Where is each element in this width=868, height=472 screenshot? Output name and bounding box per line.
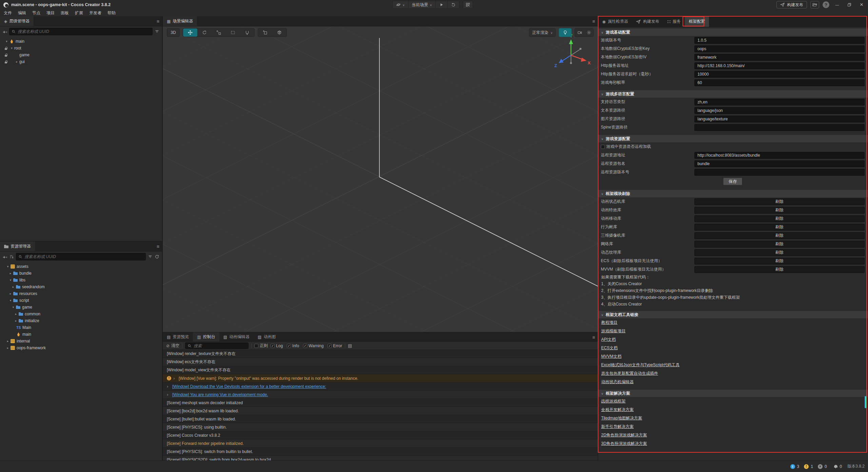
menu-item[interactable]: 扩展 — [72, 10, 86, 16]
asset-node-row[interactable]: common — [0, 311, 162, 317]
tab-assets[interactable]: 资源管理器 — [0, 241, 35, 251]
create-node-button[interactable] — [3, 29, 7, 35]
gear-icon[interactable] — [584, 28, 593, 37]
scene-viewport[interactable]: Y X Z 3D — [163, 26, 598, 332]
lighting-toggle-button[interactable] — [559, 28, 572, 37]
menu-item[interactable]: 帮助 — [104, 10, 119, 16]
tab-services[interactable]: 服务 — [663, 16, 685, 27]
expand-arrow-icon[interactable] — [5, 265, 10, 268]
console-line[interactable]: [Scene] [PHYSICS]: using builtin. — [163, 423, 598, 431]
expand-arrow-icon[interactable] — [14, 60, 19, 63]
field-input[interactable] — [694, 62, 865, 69]
asset-node-row[interactable]: bundle — [0, 270, 162, 277]
field-input[interactable] — [694, 169, 865, 176]
solution-link[interactable]: 3D角色扮演游戏解决方案 — [601, 441, 647, 447]
error-count-icon[interactable] — [818, 464, 823, 469]
open-project-folder-button[interactable] — [810, 1, 819, 8]
notification-bell-icon[interactable] — [834, 465, 838, 469]
expand-arrow-icon[interactable] — [11, 285, 16, 289]
console-line[interactable]: [Scene] [PHYSICS]: switch from builtin t… — [163, 448, 598, 456]
console-line[interactable]: [Window] model_view文件夹不存在 — [163, 366, 598, 374]
rect-tool-button[interactable] — [226, 28, 240, 37]
hierarchy-search-input[interactable] — [18, 29, 150, 34]
asset-node-row[interactable]: internal — [0, 338, 162, 345]
solution-link[interactable]: Tiledmap地图解决方案 — [601, 415, 642, 421]
panel-menu-icon[interactable] — [592, 332, 595, 342]
remove-module-button[interactable]: 剔除 — [694, 241, 865, 248]
remove-module-button[interactable]: 剔除 — [694, 249, 865, 256]
doc-link[interactable]: Excel格式转Json文件与TypeScript代码工具 — [601, 362, 679, 368]
section-solutions[interactable]: 框架解决方案 — [598, 390, 868, 397]
console-tab[interactable]: 动画图 — [254, 332, 280, 341]
console-line[interactable]: [Scene] [bullet]:bullet wasm lib loaded. — [163, 415, 598, 423]
panel-menu-icon[interactable] — [592, 16, 595, 26]
solution-link[interactable]: 全栈开发解决方案 — [601, 407, 634, 413]
remove-module-button[interactable]: 剔除 — [694, 207, 865, 214]
field-input[interactable] — [694, 37, 865, 44]
tab-framework-config[interactable]: 框架配置 — [685, 16, 709, 27]
console-line[interactable]: [Window] ecs文件夹不存在 — [163, 358, 598, 366]
doc-link[interactable]: API文档 — [601, 337, 616, 342]
scale-tool-button[interactable] — [212, 28, 226, 37]
doc-link[interactable]: 原生包热更新配置自动生成插件 — [601, 371, 658, 376]
asset-node-row[interactable]: assets — [0, 263, 162, 270]
console-line[interactable]: [Scene] [PHYSICS2D]: switch from box2d-w… — [163, 456, 598, 460]
doc-link[interactable]: 教程项目 — [601, 320, 617, 326]
remove-module-button[interactable]: 剔除 — [694, 258, 865, 264]
tab-inspector[interactable]: 属性检查器 — [598, 16, 632, 27]
close-button[interactable] — [857, 1, 866, 9]
field-input[interactable] — [694, 45, 865, 52]
help-button[interactable] — [823, 1, 829, 8]
console-tab[interactable]: 动画编辑器 — [219, 332, 254, 341]
gizmo-space-button[interactable] — [272, 28, 287, 37]
field-input[interactable] — [694, 124, 865, 131]
console-line[interactable]: [Window] Download the Vue Devtools exten… — [163, 382, 598, 391]
expand-arrow-icon[interactable] — [8, 272, 13, 275]
menu-item[interactable]: 文件 — [1, 10, 15, 16]
panel-menu-icon[interactable] — [157, 16, 159, 26]
field-input[interactable] — [694, 54, 865, 61]
console-search-input[interactable] — [194, 343, 246, 348]
expand-arrow-icon[interactable] — [5, 346, 10, 350]
expand-arrow-icon[interactable] — [11, 306, 16, 309]
warning-count-icon[interactable] — [804, 464, 809, 469]
play-button[interactable] — [436, 1, 448, 8]
expand-arrow-icon[interactable] — [4, 40, 9, 43]
filter-checkbox[interactable] — [287, 344, 291, 348]
console-tab[interactable]: 资源预览 — [163, 332, 193, 341]
refresh-icon[interactable] — [155, 254, 159, 259]
solution-link[interactable]: 战棋游戏框架 — [601, 398, 626, 404]
expand-icon[interactable] — [173, 376, 179, 381]
mode-3d-button[interactable]: 3D — [167, 28, 180, 37]
remove-module-button[interactable]: 剔除 — [694, 224, 865, 231]
solution-link[interactable]: 2D角色扮演游戏解决方案 — [601, 432, 647, 438]
console-line[interactable]: [Window] render_texture文件夹不存在 — [163, 350, 598, 358]
menu-item[interactable]: 编辑 — [15, 10, 29, 16]
expand-arrow-icon[interactable] — [8, 299, 13, 302]
remote-load-checkbox[interactable] — [601, 145, 605, 149]
expand-arrow-icon[interactable] — [14, 312, 18, 316]
section-docs[interactable]: 框架文档工具链接 — [598, 311, 868, 318]
doc-link[interactable]: 游戏模板项目 — [601, 328, 626, 334]
field-input[interactable] — [694, 79, 865, 86]
restore-button[interactable] — [845, 1, 854, 9]
preview-platform-button[interactable] — [393, 1, 409, 8]
sort-assets-icon[interactable] — [9, 254, 14, 259]
expand-arrow-icon[interactable] — [9, 46, 14, 50]
console-line[interactable]: [Scene] Cocos Creator v3.8.2 — [163, 431, 598, 439]
rotate-tool-button[interactable] — [197, 28, 212, 37]
filter-icon[interactable] — [155, 29, 159, 34]
asset-node-row[interactable]: game — [0, 304, 162, 311]
preview-qr-button[interactable] — [463, 1, 473, 9]
expand-arrow-icon[interactable] — [5, 339, 10, 343]
anchor-tool-button[interactable] — [240, 28, 254, 37]
scene-select-dropdown[interactable]: 当前场景 — [409, 1, 436, 8]
field-input[interactable] — [694, 160, 865, 167]
remove-module-button[interactable]: 剔除 — [694, 215, 865, 222]
hierarchy-node-row[interactable]: game — [0, 52, 162, 58]
doc-link[interactable]: 动画状态机编辑器 — [601, 379, 634, 385]
field-input[interactable] — [694, 99, 865, 105]
filter-icon[interactable] — [148, 254, 153, 259]
remove-module-button[interactable]: 剔除 — [694, 198, 865, 205]
camera-settings-icon[interactable] — [575, 28, 584, 37]
